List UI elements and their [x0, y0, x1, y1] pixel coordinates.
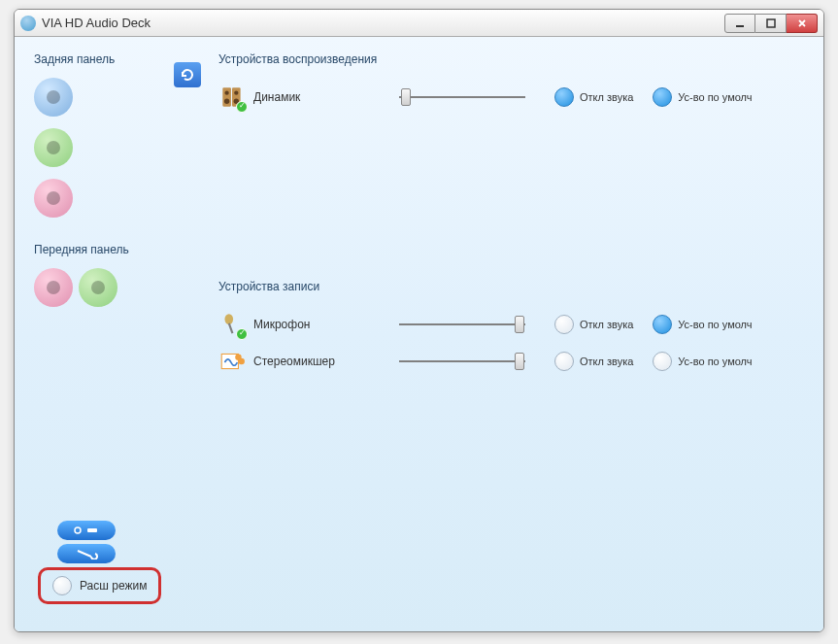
wrench-icon: [72, 548, 101, 559]
mute-radio-speaker[interactable]: [554, 87, 574, 107]
close-icon: [797, 18, 807, 28]
default-group: Ус-во по умолч: [653, 87, 752, 107]
window-title: VIA HD Audio Deck: [42, 16, 724, 30]
slider-thumb[interactable]: [515, 316, 524, 333]
microphone-icon: [218, 311, 246, 338]
sidebar: Задняя панель Передняя панель: [34, 52, 170, 311]
speaker-icon: [218, 84, 246, 111]
default-radio-microphone[interactable]: [653, 315, 672, 334]
refresh-button[interactable]: [174, 62, 201, 87]
rear-panel-label: Задняя панель: [34, 52, 170, 66]
active-badge-icon: [236, 328, 248, 340]
recording-title: Устройства записи: [218, 280, 804, 293]
stereomix-icon: [218, 348, 246, 375]
minimize-button[interactable]: [724, 14, 755, 33]
default-group: Ус-во по умолч: [653, 315, 752, 334]
mute-group: Откл звука: [554, 87, 633, 107]
device-name: Стереомикшер: [253, 355, 370, 368]
front-panel-label: Передняя панель: [34, 243, 170, 256]
mute-radio-microphone[interactable]: [554, 315, 574, 334]
bottom-tools: [57, 521, 116, 563]
svg-point-5: [234, 91, 238, 95]
minimize-icon: [735, 18, 745, 28]
titlebar: VIA HD Audio Deck: [15, 10, 823, 37]
svg-rect-1: [767, 19, 775, 27]
svg-point-8: [224, 314, 233, 324]
device-row-microphone: Микрофон Откл звука Ус-во по умолч: [218, 307, 804, 342]
mute-label: Откл звука: [580, 91, 633, 103]
maximize-button[interactable]: [755, 14, 787, 33]
default-label: Ус-во по умолч: [678, 319, 752, 330]
device-name: Динамик: [253, 90, 370, 104]
default-label: Ус-во по умолч: [678, 356, 752, 367]
client-area: Задняя панель Передняя панель Устройства…: [15, 37, 823, 631]
svg-point-6: [224, 99, 229, 104]
slider-track: [399, 323, 525, 325]
default-group: Ус-во по умолч: [653, 352, 752, 371]
device-name: Микрофон: [253, 318, 370, 331]
mute-group: Откл звука: [554, 315, 633, 334]
rear-jack-blue[interactable]: [34, 78, 73, 117]
default-label: Ус-во по умолч: [678, 91, 752, 103]
advanced-mode-button[interactable]: Расш режим: [38, 567, 161, 604]
svg-rect-0: [736, 25, 744, 27]
rear-jack-pink[interactable]: [34, 179, 73, 218]
front-jack-green[interactable]: [79, 268, 117, 307]
volume-slider-speaker[interactable]: [399, 89, 525, 105]
front-jack-pink[interactable]: [34, 268, 73, 307]
default-radio-speaker[interactable]: [653, 87, 672, 107]
mute-label: Откл звука: [580, 319, 633, 330]
svg-point-4: [224, 91, 228, 95]
app-window: VIA HD Audio Deck Задняя панель Передняя…: [14, 9, 824, 632]
playback-title: Устройства воспроизведения: [218, 52, 804, 66]
device-row-speaker: Динамик Откл звука Ус-во по умолч: [218, 80, 804, 115]
app-icon: [20, 16, 36, 31]
volume-slider-stereomix[interactable]: [399, 354, 525, 369]
volume-slider-microphone[interactable]: [399, 317, 525, 332]
slider-thumb[interactable]: [515, 353, 524, 370]
tool-button-2[interactable]: [57, 544, 116, 563]
active-badge-icon: [236, 101, 248, 113]
mute-label: Откл звука: [580, 356, 633, 367]
refresh-icon: [180, 67, 195, 83]
main-panel: Устройства воспроизведения Динамик Откл …: [218, 52, 804, 381]
svg-rect-14: [87, 528, 97, 532]
svg-rect-9: [228, 323, 234, 334]
slider-track: [399, 360, 525, 362]
tool-button-1[interactable]: [57, 521, 116, 540]
mute-radio-stereomix[interactable]: [554, 352, 574, 371]
slider-thumb[interactable]: [401, 88, 411, 106]
maximize-icon: [766, 18, 776, 28]
rear-jack-green[interactable]: [34, 128, 73, 167]
connectors-icon: [72, 525, 101, 536]
svg-point-12: [238, 358, 244, 364]
slider-track: [399, 96, 525, 98]
default-radio-stereomix[interactable]: [653, 352, 672, 371]
advanced-mode-label: Расш режим: [80, 579, 147, 593]
svg-point-13: [75, 527, 81, 533]
window-controls: [724, 14, 818, 33]
mute-group: Откл звука: [554, 352, 633, 371]
close-button[interactable]: [787, 14, 818, 33]
advanced-mode-radio: [52, 576, 72, 595]
device-row-stereomix: Стереомикшер Откл звука Ус-во по умолч: [218, 344, 804, 379]
